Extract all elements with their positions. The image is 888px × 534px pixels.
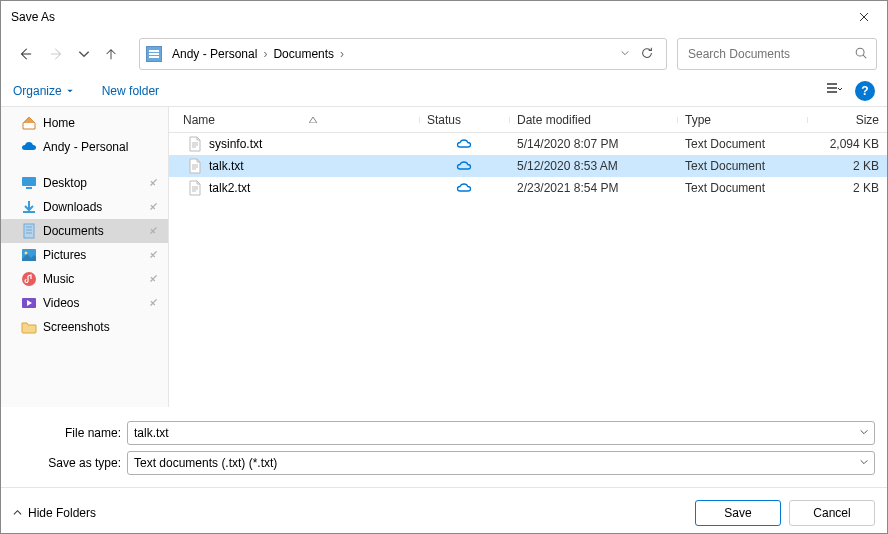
svg-rect-3 bbox=[23, 211, 35, 213]
title-bar: Save As bbox=[1, 1, 887, 33]
column-header-name[interactable]: Name bbox=[169, 113, 419, 127]
file-size: 2 KB bbox=[807, 181, 887, 195]
file-row[interactable]: sysinfo.txt5/14/2020 8:07 PMText Documen… bbox=[169, 133, 887, 155]
cloud-status-icon bbox=[419, 136, 509, 152]
window-title: Save As bbox=[11, 10, 841, 24]
breadcrumb-segment[interactable]: Andy - Personal bbox=[168, 47, 261, 61]
new-folder-button[interactable]: New folder bbox=[102, 84, 159, 98]
hide-folders-button[interactable]: Hide Folders bbox=[13, 506, 96, 520]
sidebar-item-home[interactable]: Home bbox=[1, 111, 168, 135]
cloud-status-icon bbox=[419, 180, 509, 196]
address-bar[interactable]: Andy - Personal › Documents › bbox=[139, 38, 667, 70]
address-history-button[interactable] bbox=[616, 47, 634, 61]
downloads-icon bbox=[21, 199, 37, 215]
svg-rect-1 bbox=[22, 177, 36, 186]
save-button[interactable]: Save bbox=[695, 500, 781, 526]
home-icon bbox=[21, 115, 37, 131]
file-name: sysinfo.txt bbox=[209, 137, 262, 151]
file-rows[interactable]: sysinfo.txt5/14/2020 8:07 PMText Documen… bbox=[169, 133, 887, 407]
toolbar: Organize New folder ? bbox=[1, 75, 887, 107]
file-size: 2,094 KB bbox=[807, 137, 887, 151]
sidebar-item-pictures[interactable]: Pictures bbox=[1, 243, 168, 267]
breadcrumb-segment[interactable]: Documents bbox=[269, 47, 338, 61]
file-date: 5/12/2020 8:53 AM bbox=[509, 159, 677, 173]
svg-point-7 bbox=[22, 272, 36, 286]
filetype-label: Save as type: bbox=[13, 456, 127, 470]
filename-input[interactable] bbox=[127, 421, 875, 445]
file-type: Text Document bbox=[677, 181, 807, 195]
file-date: 2/23/2021 8:54 PM bbox=[509, 181, 677, 195]
chevron-right-icon[interactable]: › bbox=[261, 47, 269, 61]
sidebar-item-label: Home bbox=[43, 116, 75, 130]
navigation-pane: Home Andy - Personal DesktopDownloadsDoc… bbox=[1, 107, 169, 407]
svg-rect-2 bbox=[26, 187, 32, 189]
desktop-icon bbox=[21, 175, 37, 191]
pin-icon bbox=[149, 272, 158, 286]
list-view-icon bbox=[825, 80, 843, 98]
sidebar-item-desktop[interactable]: Desktop bbox=[1, 171, 168, 195]
chevron-up-icon bbox=[13, 508, 22, 517]
file-type: Text Document bbox=[677, 159, 807, 173]
documents-icon bbox=[21, 223, 37, 239]
cloud-icon bbox=[21, 139, 37, 155]
pin-icon bbox=[149, 176, 158, 190]
refresh-button[interactable] bbox=[634, 46, 660, 63]
filename-label: File name: bbox=[13, 426, 127, 440]
videos-icon bbox=[21, 295, 37, 311]
up-button[interactable] bbox=[97, 40, 125, 68]
forward-button[interactable] bbox=[43, 40, 71, 68]
file-name: talk2.txt bbox=[209, 181, 250, 195]
file-size: 2 KB bbox=[807, 159, 887, 173]
filetype-combo[interactable]: Text documents (.txt) (*.txt) bbox=[127, 451, 875, 475]
close-icon bbox=[859, 12, 869, 22]
cancel-button[interactable]: Cancel bbox=[789, 500, 875, 526]
file-list: Name Status Date modified Type Size sysi… bbox=[169, 107, 887, 407]
arrow-left-icon bbox=[18, 47, 32, 61]
sidebar-item-onedrive[interactable]: Andy - Personal bbox=[1, 135, 168, 159]
file-date: 5/14/2020 8:07 PM bbox=[509, 137, 677, 151]
sidebar-item-label: Andy - Personal bbox=[43, 140, 128, 154]
sidebar-item-documents[interactable]: Documents bbox=[1, 219, 168, 243]
arrow-up-icon bbox=[104, 47, 118, 61]
column-headers: Name Status Date modified Type Size bbox=[169, 107, 887, 133]
sidebar-item-label: Videos bbox=[43, 296, 79, 310]
folder-icon bbox=[21, 319, 37, 335]
file-row[interactable]: talk.txt5/12/2020 8:53 AMText Document2 … bbox=[169, 155, 887, 177]
search-box[interactable] bbox=[677, 38, 877, 70]
back-button[interactable] bbox=[11, 40, 39, 68]
sidebar-item-downloads[interactable]: Downloads bbox=[1, 195, 168, 219]
chevron-down-icon bbox=[66, 87, 74, 95]
chevron-down-icon bbox=[620, 48, 630, 58]
chevron-down-icon bbox=[77, 47, 91, 61]
cloud-status-icon bbox=[419, 158, 509, 174]
arrow-right-icon bbox=[50, 47, 64, 61]
sidebar-item-music[interactable]: Music bbox=[1, 267, 168, 291]
sidebar-item-videos[interactable]: Videos bbox=[1, 291, 168, 315]
sort-indicator bbox=[215, 117, 411, 123]
file-name: talk.txt bbox=[209, 159, 244, 173]
sidebar-item-label: Downloads bbox=[43, 200, 102, 214]
location-icon bbox=[146, 46, 162, 62]
pin-icon bbox=[149, 248, 158, 262]
save-form: File name: Save as type: Text documents … bbox=[1, 407, 887, 487]
chevron-right-icon[interactable]: › bbox=[338, 47, 346, 61]
refresh-icon bbox=[640, 46, 654, 60]
organize-button[interactable]: Organize bbox=[13, 84, 74, 98]
close-button[interactable] bbox=[841, 1, 887, 33]
view-options-button[interactable] bbox=[825, 80, 843, 101]
column-header-type[interactable]: Type bbox=[677, 113, 807, 127]
sidebar-item-screenshots[interactable]: Screenshots bbox=[1, 315, 168, 339]
file-row[interactable]: talk2.txt2/23/2021 8:54 PMText Document2… bbox=[169, 177, 887, 199]
column-header-size[interactable]: Size bbox=[807, 113, 887, 127]
svg-point-0 bbox=[856, 48, 864, 56]
file-type: Text Document bbox=[677, 137, 807, 151]
sidebar-item-label: Pictures bbox=[43, 248, 86, 262]
help-button[interactable]: ? bbox=[855, 81, 875, 101]
search-input[interactable] bbox=[686, 46, 854, 62]
column-header-date[interactable]: Date modified bbox=[509, 113, 677, 127]
svg-rect-4 bbox=[24, 224, 34, 238]
recent-locations-button[interactable] bbox=[75, 40, 93, 68]
sidebar-item-label: Screenshots bbox=[43, 320, 110, 334]
main-area: Home Andy - Personal DesktopDownloadsDoc… bbox=[1, 107, 887, 407]
column-header-status[interactable]: Status bbox=[419, 113, 509, 127]
